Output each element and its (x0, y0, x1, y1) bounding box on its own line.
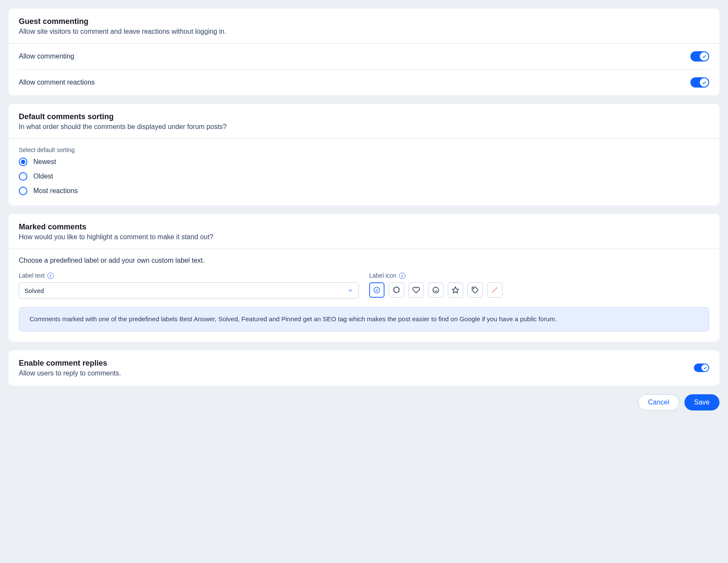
replies-subtitle: Allow users to reply to comments. (19, 369, 121, 377)
sorting-header: Default comments sorting In what order s… (9, 104, 719, 139)
seo-info-banner: Comments marked with one of the predefin… (19, 307, 709, 331)
sorting-body: Select default sorting Newest Oldest Mos… (9, 139, 719, 205)
chevron-down-icon (347, 287, 353, 293)
radio-newest[interactable]: Newest (19, 158, 709, 166)
check-icon (700, 52, 708, 61)
marked-subtitle: How would you like to highlight a commen… (19, 233, 709, 241)
smile-icon (432, 286, 440, 294)
sorting-subtitle: In what order should the comments be dis… (19, 123, 709, 131)
radio-most-reactions-label: Most reactions (33, 187, 78, 195)
svg-marker-4 (452, 287, 459, 293)
svg-point-5 (473, 288, 474, 289)
heart-icon (412, 286, 420, 294)
icon-option-tag[interactable] (467, 282, 483, 298)
replies-title: Enable comment replies (19, 359, 121, 368)
marked-body: Choose a predefined label or add your ow… (9, 249, 719, 342)
radio-oldest-label: Oldest (33, 173, 53, 180)
guest-title: Guest commenting (19, 17, 709, 26)
star-icon (452, 286, 459, 294)
badge-icon (393, 286, 400, 294)
radio-most-reactions[interactable]: Most reactions (19, 187, 709, 195)
allow-commenting-row: Allow commenting (19, 44, 709, 69)
allow-commenting-label: Allow commenting (19, 53, 74, 60)
check-icon (700, 78, 708, 87)
select-sorting-label: Select default sorting (19, 147, 709, 153)
check-circle-icon (373, 286, 381, 294)
action-buttons: Cancel Save (9, 394, 719, 415)
radio-icon (19, 187, 27, 195)
info-icon[interactable]: i (47, 273, 54, 279)
guest-header: Guest commenting Allow site visitors to … (9, 9, 719, 44)
allow-reactions-row: Allow comment reactions (19, 69, 709, 95)
marked-title: Marked comments (19, 223, 709, 232)
marked-header: Marked comments How would you like to hi… (9, 214, 719, 249)
enable-replies-card: Enable comment replies Allow users to re… (9, 350, 719, 386)
info-icon[interactable]: i (399, 273, 405, 279)
allow-commenting-toggle[interactable] (690, 51, 709, 62)
svg-point-0 (374, 287, 380, 293)
enable-replies-toggle[interactable] (694, 364, 709, 372)
none-icon (491, 286, 499, 294)
choose-label-text: Choose a predefined label or add your ow… (19, 257, 709, 264)
icon-option-check-circle[interactable] (369, 282, 385, 298)
marked-comments-card: Marked comments How would you like to hi… (9, 214, 719, 342)
allow-reactions-toggle[interactable] (690, 77, 709, 88)
svg-line-6 (492, 287, 497, 293)
radio-icon (19, 158, 27, 166)
guest-commenting-card: Guest commenting Allow site visitors to … (9, 9, 719, 95)
allow-reactions-label: Allow comment reactions (19, 79, 95, 86)
dropdown-value: Solved (24, 287, 44, 294)
radio-icon (19, 172, 27, 181)
radio-newest-label: Newest (33, 158, 56, 166)
icon-option-badge[interactable] (389, 282, 404, 298)
icon-option-star[interactable] (448, 282, 463, 298)
icon-option-smile[interactable] (428, 282, 443, 298)
label-text-label: Label text i (19, 272, 359, 279)
guest-subtitle: Allow site visitors to comment and leave… (19, 28, 709, 35)
label-text-dropdown[interactable]: Solved (19, 282, 359, 299)
cancel-button[interactable]: Cancel (638, 394, 679, 411)
icon-picker (369, 282, 709, 298)
check-icon (702, 364, 708, 371)
icon-option-heart[interactable] (408, 282, 424, 298)
default-sorting-card: Default comments sorting In what order s… (9, 104, 719, 205)
save-button[interactable]: Save (684, 394, 719, 411)
radio-oldest[interactable]: Oldest (19, 172, 709, 181)
tag-icon (471, 286, 479, 294)
icon-option-none[interactable] (487, 282, 502, 298)
svg-point-1 (433, 287, 439, 293)
label-icon-label: Label icon i (369, 272, 709, 279)
sorting-title: Default comments sorting (19, 112, 709, 121)
